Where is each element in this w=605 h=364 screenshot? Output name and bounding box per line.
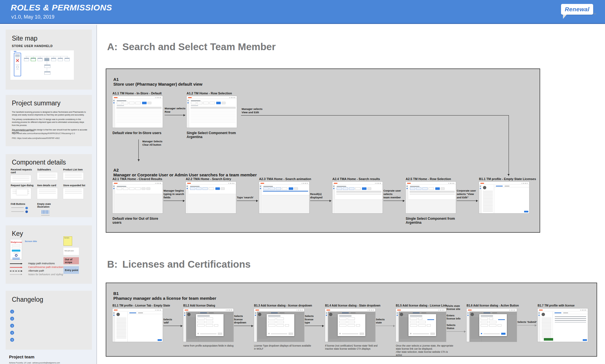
flow-box-b: B1 Phamacy manager adds a license for te… <box>106 283 597 357</box>
screen-caption: If license (not certification) 'license … <box>325 344 383 350</box>
screen-label: B1.3 Add license dialog - license dropdo… <box>254 304 304 308</box>
flow-screen-b1-3: B1.3 Add license dialog - license dropdo… <box>254 304 304 350</box>
arrow-line <box>383 201 405 201</box>
summary-paragraph: The primary considerations for the 2.0 d… <box>12 118 87 126</box>
site-map-subnode <box>44 65 50 68</box>
group-b1-desc: Phamacy manager adds a license for team … <box>113 296 216 301</box>
screen-caption: Once the user selects a License state, t… <box>396 344 454 357</box>
wireframe-thumbnail[interactable] <box>186 182 236 213</box>
changelog-badge: 4 <box>10 331 14 335</box>
renewal-logo-sm: SM <box>593 13 596 15</box>
flow-screen-a1-1: A1.1 TM Home - In-Store - Default Defaul… <box>112 92 163 135</box>
flow-screen-a1-2: A1.2 TM Home - Row Selection Single Sele… <box>187 92 237 139</box>
design-spec-page: ROLES & PERMISSIONS v1.0, May 10, 2019 R… <box>0 0 605 364</box>
screen-label: A2.2 TMA Home - Search Entry <box>186 177 236 182</box>
group-a1-label: A1 <box>113 77 119 82</box>
prd-link[interactable]: PRD: https://oneit.wba.com/jira/browse/R… <box>12 137 87 140</box>
site-map-title: Site map <box>12 35 37 42</box>
arrow-line <box>237 201 258 201</box>
component-details-title: Component details <box>12 159 66 166</box>
red-x-icon: ✕ <box>14 58 21 64</box>
screen-label: A2.4 TMA Home - Search results <box>332 177 383 182</box>
component-details-card: Component details Received requests card… <box>6 154 92 217</box>
site-map-subnode <box>44 71 50 75</box>
intro-deck-link[interactable]: Product Introduction deck: https://oneit… <box>12 129 87 135</box>
screen-caption: Single Select Component from Argentina <box>187 131 237 139</box>
project-summary-title: Project summary <box>12 99 61 107</box>
wireframe-thumbnail[interactable] <box>538 308 588 342</box>
project-summary-card: Project summary The handheld receiving p… <box>6 95 92 146</box>
flow-arrow: Selects 'add' <box>163 312 183 326</box>
renewal-logo-text: Renewal <box>565 6 589 13</box>
multipath-action-note: Multi-path action <box>63 248 79 255</box>
screen-caption: Default view for In-Store users <box>112 131 163 135</box>
component-item: Product List item <box>63 168 89 180</box>
component-sketch <box>11 175 31 183</box>
screen-label: B1.1 TM profile - License Tab - Empty St… <box>112 304 163 308</box>
screen-label: A2.5 TM Home - Row Selection <box>406 177 456 182</box>
flow-screen-b1-1-preview: B1.1 TM profile - Empty State Licenses <box>479 177 529 213</box>
group-a2-label: A2 <box>113 168 119 172</box>
flow-screen-a2-1: A2.1 TMA Home - Cleared Results Default … <box>112 177 163 225</box>
logo-speech-tail <box>563 15 567 19</box>
component-sketch <box>37 172 58 180</box>
wireframe-thumbnail[interactable] <box>112 182 163 213</box>
wireframe-thumbnail[interactable] <box>325 308 375 342</box>
component-sketch <box>63 188 83 199</box>
wireframe-thumbnail[interactable] <box>396 308 446 342</box>
screen-label: B1.5 Add license dialog - License Link <box>396 304 446 308</box>
wireframe-thumbnail[interactable] <box>479 182 529 213</box>
empty-state-sketch <box>37 210 58 217</box>
section-b-heading: B:Licenses and Certifications <box>107 259 251 270</box>
site-map-node <box>65 58 70 61</box>
team-member: Adriana Pozzella, UX Lead : adriana.pozz… <box>9 362 91 364</box>
flow-screen-b1-4: B1.4 Add license dialog - State dropdown… <box>325 304 375 350</box>
changelog-badge: 2 <box>10 317 14 321</box>
flow-screen-a2-4: A2.4 TMA Home - Search results <box>332 177 383 213</box>
wireframe-thumbnail[interactable] <box>467 308 517 342</box>
screen-label: B1.6 Add license dialog - Active Button <box>467 304 517 308</box>
component-item: Item details card <box>37 184 63 199</box>
wireframe-thumbnail[interactable] <box>112 308 163 342</box>
fingerprint-icon <box>15 254 17 257</box>
project-summary-links: Product Introduction deck: https://oneit… <box>12 129 87 141</box>
site-map-node <box>58 58 63 61</box>
site-map-key-mark <box>14 51 16 52</box>
version-label: v1.0, May 10, 2019 <box>11 14 54 20</box>
screen-caption: name from profile autopopulates fields i… <box>183 344 241 347</box>
arrow-line <box>517 325 537 325</box>
site-map-thumbnail[interactable]: ✕ <box>10 50 74 80</box>
wireframe-thumbnail[interactable] <box>406 182 456 213</box>
login-button-sketch <box>12 250 20 252</box>
changelog-badge: 5 <box>10 338 14 342</box>
flow-arrow-label: Manager selects View and Edit <box>242 107 262 114</box>
component-sketch <box>37 188 58 199</box>
walgreens-logo-text: Walgreens <box>10 241 22 243</box>
sidebar: Site map STORE USER HANDHELD ✕ <box>0 25 97 364</box>
flow-screen-b1-7: B1.7 TM profile with license <box>538 304 588 342</box>
changelog-card: Changelog 1 2 3 4 5 <box>6 291 92 350</box>
group-b1-label: B1 <box>113 291 119 296</box>
screen-label: B1.4 Add license dialog - State dropdown <box>325 304 375 308</box>
component-item: FAB Buttons <box>11 203 37 214</box>
routed-connector-horizontal <box>241 115 509 116</box>
wireframe-thumbnail[interactable] <box>183 308 233 342</box>
component-item: Store expanded list <box>63 184 89 199</box>
screen-caption: License Type dropdown displays all licen… <box>254 344 312 350</box>
entry-point-swatch: Entry point <box>63 266 79 274</box>
notes-arrow <box>10 274 22 275</box>
wireframe-thumbnail[interactable] <box>332 182 383 213</box>
wireframe-thumbnail[interactable] <box>254 308 304 342</box>
flow-box-a: A1 Store user (Pharmacy Manager) default… <box>106 68 540 233</box>
routed-connector-vertical <box>509 115 509 176</box>
arrow-line <box>165 115 186 115</box>
wireframe-thumbnail[interactable] <box>187 96 237 128</box>
group-a1-desc: Store user (Pharmacy Manager) default vi… <box>113 82 202 86</box>
arrow-line <box>234 326 253 326</box>
changelog-badge: 1 <box>10 310 14 314</box>
cancel-path-arrow <box>10 267 22 268</box>
screen-label: B1.1 TM profile - Empty State Licenses <box>479 177 529 182</box>
wireframe-thumbnail[interactable] <box>112 96 163 128</box>
flow-arrow: Corporate user selects "View and Edit" <box>457 187 478 201</box>
wireframe-thumbnail[interactable] <box>259 182 309 213</box>
